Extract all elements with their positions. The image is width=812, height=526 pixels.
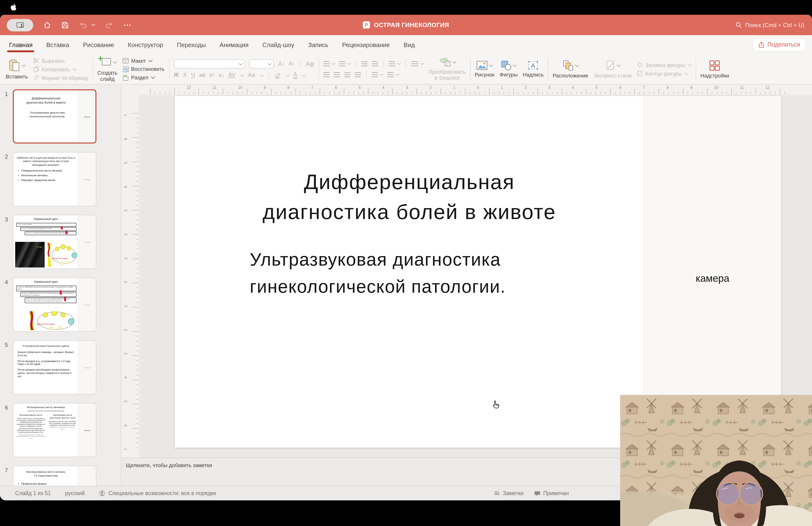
strikethrough-button[interactable]: аб — [199, 73, 205, 78]
decrease-font-button[interactable]: A˅ — [289, 61, 294, 67]
arrange-button[interactable]: Расположение — [553, 60, 588, 79]
underline-button[interactable]: Ч — [191, 72, 195, 79]
slide-thumbnail-panel[interactable]: 1 Дифференциальнаядиагностика болей в жи… — [0, 85, 121, 486]
slide-thumbnail-5[interactable]: Становление менструального цикла Начало … — [13, 340, 97, 394]
list-item: Фолликуляряная киста яичника. — [16, 470, 76, 474]
convert-to-smartart-button[interactable]: Преобразовать в SmartArt — [429, 57, 466, 81]
redo-button[interactable] — [105, 21, 114, 29]
thumb7-title: Фолликуляряная киста яичника.УЗ Характер… — [16, 470, 76, 478]
new-slide-button[interactable]: Создать слайд — [98, 56, 117, 82]
save-button[interactable] — [61, 21, 69, 29]
tab-zapis[interactable]: Запись — [308, 36, 329, 54]
layout-button[interactable]: Макет — [122, 58, 164, 63]
notes-icon — [494, 491, 500, 496]
slide-thumbnail-6[interactable]: Ретенционные кисты яичников (простые кис… — [13, 403, 97, 457]
red-arrow — [61, 226, 63, 229]
shape-outline-button[interactable]: Контур фигуры — [637, 70, 691, 76]
format-painter-button[interactable]: Формат по образцу — [33, 75, 88, 81]
font-name-combobox[interactable] — [174, 59, 245, 68]
home-button[interactable] — [43, 21, 51, 29]
character-spacing-button[interactable]: AV — [228, 72, 236, 79]
line-spacing-button[interactable] — [389, 61, 395, 66]
decrease-indent-button[interactable] — [361, 61, 367, 66]
comments-toggle-button[interactable]: Примечан — [534, 490, 569, 496]
thumb3-title: Нормальный цикл — [16, 218, 76, 221]
increase-indent-button[interactable] — [372, 61, 378, 66]
numbering-button[interactable] — [339, 61, 345, 66]
superscript-button[interactable]: x² — [209, 72, 214, 79]
list-item: 9 — [264, 86, 266, 90]
list-item: 11 — [213, 86, 217, 90]
align-center-button[interactable] — [334, 72, 340, 77]
more-commands-button[interactable] — [124, 24, 131, 26]
list-item: 4 — [124, 375, 128, 380]
list-item: 5-7 д.ц. 5-15 фолликулов диаметром 2-6 м… — [20, 227, 77, 231]
tab-vstavka[interactable]: Вставка — [46, 36, 70, 54]
shapes-button[interactable]: Фигуры — [499, 60, 518, 78]
list-item: 2 — [430, 86, 432, 90]
justify-button[interactable] — [354, 72, 361, 77]
language-button[interactable]: русский — [65, 491, 85, 496]
ribbon: Вставить Вырезать — [0, 54, 812, 85]
font-size-combobox[interactable] — [249, 59, 274, 68]
tab-vid[interactable]: Вид — [403, 36, 415, 54]
increase-font-button[interactable]: A˄ — [278, 60, 285, 67]
apple-logo-icon[interactable] — [11, 3, 17, 11]
section-chevron — [151, 75, 155, 79]
list-item: диагностика болей в животе — [16, 100, 76, 104]
slide-subtitle-textbox[interactable]: Ультразвуковая диагностика гинекологичес… — [250, 246, 539, 300]
shape-fill-label: Заливка фигуры — [645, 62, 685, 68]
italic-button[interactable]: К — [183, 72, 187, 79]
bold-button[interactable]: Ж — [174, 72, 179, 79]
text-direction-button[interactable] — [372, 72, 378, 77]
columns-button[interactable] — [411, 61, 418, 66]
tab-animatsiya[interactable]: Анимация — [219, 36, 249, 54]
align-text-button[interactable] — [387, 72, 393, 77]
clear-formatting-button[interactable]: Aφ — [305, 60, 314, 67]
tab-slide-show[interactable]: Слайд-шоу — [262, 36, 295, 54]
undo-button[interactable] — [79, 21, 87, 29]
font-color-button[interactable]: A — [293, 72, 297, 79]
tab-retsenzirovanie[interactable]: Рецензирование — [342, 36, 390, 54]
section-button[interactable]: Раздел — [122, 74, 164, 81]
slide-thumbnail-1[interactable]: Дифференциальнаядиагностика болей в живо… — [13, 89, 97, 143]
tab-risovanie[interactable]: Рисование — [83, 36, 115, 54]
share-button[interactable]: Поделиться — [753, 39, 806, 51]
bullets-button[interactable] — [323, 61, 329, 66]
tab-perekhody[interactable]: Переходы — [176, 36, 206, 54]
thumb6-col2-note: Характерна для юношеского периода и стар… — [48, 427, 77, 430]
slide-thumbnail-7[interactable]: Фолликуляряная киста яичника.УЗ Характер… — [13, 466, 97, 486]
ribbon-tab-row: Главная Вставка Рисование Конструктор Пе… — [0, 35, 812, 54]
slide-thumbnail-3[interactable]: Нормальный цикл 1-4 д.ц. менструация5-7 … — [13, 215, 97, 269]
copy-button[interactable]: Копировать — [33, 66, 88, 72]
document-title: ОСТРАЯ ГИНЕКОЛОГИЯ — [374, 22, 449, 29]
highlight-color-button[interactable] — [274, 72, 281, 79]
subscript-button[interactable]: x₂ — [219, 72, 224, 79]
cut-button[interactable]: Вырезать — [33, 57, 88, 64]
presenter-view-button[interactable] — [6, 19, 33, 31]
paste-button[interactable]: Вставить — [6, 59, 28, 79]
change-case-button[interactable]: Aa — [248, 72, 256, 79]
arrange-group: Расположение Экспресс-стили — [549, 55, 695, 83]
reset-button[interactable]: Восстановить — [122, 66, 164, 72]
slide-title-textbox[interactable]: Дифференциальнаядиагностика болей в живо… — [238, 167, 580, 227]
slide-thumbnail-4[interactable]: Нормальный цикл 13-15 д.ц. ОВУЛЯЦИЯ. Доп… — [13, 278, 97, 332]
notes-toggle-button[interactable]: Заметки — [494, 491, 524, 496]
textbox-button[interactable]: А Надпись — [523, 60, 544, 78]
quick-styles-button[interactable]: Экспресс-стили — [593, 60, 632, 79]
slide-thumbnail-2[interactable]: Наиболее часто в детском возрасте острую… — [13, 152, 97, 206]
thumbnail-row-2: 2 Наиболее часто в детском возрасте остр… — [0, 152, 121, 206]
search-button[interactable]: Поиск (Cmd + Ctrl + U) — [736, 15, 804, 35]
list-item: Апоплексия яичника — [18, 174, 77, 177]
undo-menu-chevron[interactable] — [91, 23, 96, 27]
slide-number: 4 — [0, 278, 13, 332]
addins-button[interactable]: Надстройки — [700, 60, 729, 79]
align-right-button[interactable] — [344, 72, 350, 77]
tab-konstruktor[interactable]: Конструктор — [128, 36, 163, 54]
shape-fill-button[interactable]: Заливка фигуры — [637, 62, 691, 68]
accessibility-status[interactable]: Специальные возможности: все в порядке — [99, 490, 216, 497]
tab-glavnaya[interactable]: Главная — [9, 36, 33, 54]
align-left-button[interactable] — [323, 72, 329, 77]
text-direction-chevron — [380, 72, 384, 76]
picture-button[interactable]: Рисунок — [475, 60, 494, 78]
